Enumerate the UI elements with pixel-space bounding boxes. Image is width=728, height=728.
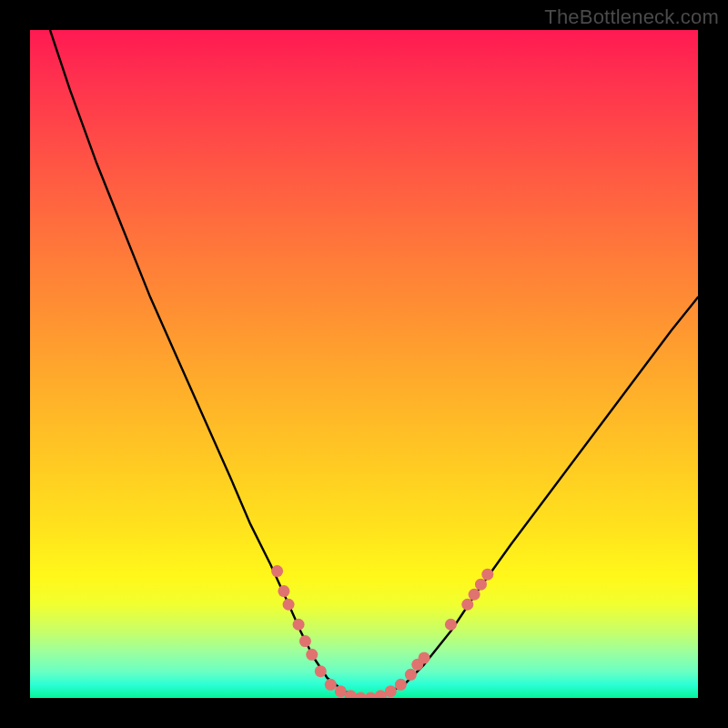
- curve-svg: [30, 30, 698, 698]
- data-point: [365, 693, 377, 699]
- data-point: [299, 635, 311, 647]
- data-point: [469, 589, 480, 601]
- data-point: [315, 665, 327, 677]
- data-point: [445, 619, 457, 631]
- bottleneck-curve: [50, 30, 698, 698]
- data-point: [385, 685, 397, 697]
- data-point: [461, 599, 473, 611]
- data-point: [325, 679, 337, 691]
- data-point: [278, 585, 289, 597]
- data-point: [405, 669, 417, 681]
- data-point: [283, 599, 295, 611]
- outer-frame: TheBottleneck.com: [0, 0, 728, 728]
- data-point: [306, 649, 318, 661]
- data-point: [419, 652, 430, 663]
- data-point: [475, 579, 487, 591]
- data-point: [271, 565, 283, 577]
- plot-area: [30, 30, 698, 698]
- data-point: [355, 693, 367, 699]
- data-point: [395, 679, 407, 691]
- data-point: [293, 619, 305, 631]
- data-point: [481, 569, 493, 581]
- watermark-text: TheBottleneck.com: [544, 5, 719, 29]
